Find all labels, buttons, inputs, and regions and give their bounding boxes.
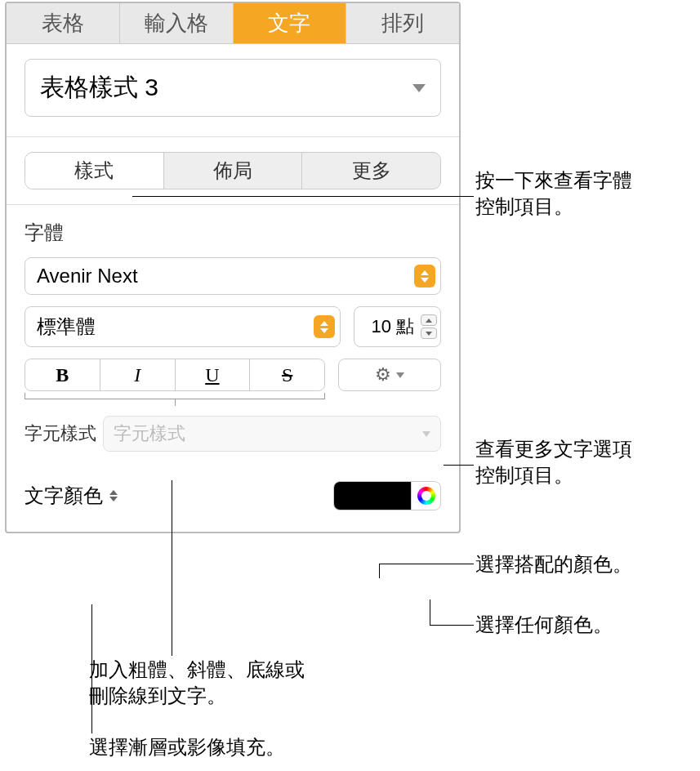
leader-line [430,625,474,626]
inspector-tabs: 表格 輸入格 文字 排列 [7,3,459,44]
chevron-down-icon [396,372,404,378]
character-style-label: 字元樣式 [25,421,96,446]
paragraph-style-select[interactable]: 表格樣式 3 [25,59,441,117]
font-weight-value: 標準體 [37,314,96,340]
callout-matching-color: 選擇搭配的顏色。 [475,551,632,577]
font-size-field[interactable]: 10 點 [354,306,441,347]
tab-cell[interactable]: 輸入格 [120,3,234,43]
leader-line [379,564,474,564]
subtab-more[interactable]: 更多 [302,153,440,189]
tab-table[interactable]: 表格 [7,3,120,43]
tab-text[interactable]: 文字 [234,3,347,43]
advanced-options-button[interactable]: ⚙ [338,359,441,391]
underline-button[interactable]: U [176,359,251,390]
font-weight-select[interactable]: 標準體 [25,306,341,347]
color-swatch[interactable] [334,482,411,510]
subtab-layout[interactable]: 佈局 [164,153,303,189]
dropdown-arrows-icon [414,265,435,287]
italic-button[interactable]: I [100,359,176,390]
callout-biu: 加入粗體、斜體、底線或刪除線到文字。 [89,657,305,710]
color-controls [333,481,441,510]
leader-line [132,196,474,197]
callout-any-color: 選擇任何顏色。 [475,612,613,638]
font-size-value: 10 點 [371,314,414,339]
font-section-label: 字體 [25,220,441,246]
bracket-decoration [25,393,325,399]
font-family-value: Avenir Next [37,265,138,287]
bracket-stem [175,399,176,406]
callout-font-controls: 按一下來查看字體控制項目。 [475,167,632,221]
color-wheel-icon [417,487,435,505]
callout-gradient-fill: 選擇漸層或影像填充。 [89,734,285,760]
chevron-down-icon [422,431,430,437]
text-color-menu[interactable]: 文字顏色 [25,483,118,509]
format-panel: 表格 輸入格 文字 排列 表格樣式 3 樣式 佈局 更多 字體 Avenir N… [5,2,461,533]
text-color-label: 文字顏色 [25,483,103,509]
text-style-buttons: B I U S [25,359,325,391]
callout-advanced: 查看更多文字選項控制項目。 [475,436,632,489]
dropdown-arrows-icon [314,315,335,338]
leader-line [444,465,474,466]
updown-icon [109,490,118,501]
bold-button[interactable]: B [25,359,100,390]
divider [7,204,459,205]
tab-arrange[interactable]: 排列 [346,3,459,43]
text-subtabs: 樣式 佈局 更多 [25,152,441,189]
subtab-style[interactable]: 樣式 [25,153,164,189]
character-style-placeholder: 字元樣式 [114,421,185,446]
font-size-stepper [421,314,437,339]
color-wheel-button[interactable] [411,482,440,510]
gear-icon: ⚙ [375,364,391,386]
font-family-select[interactable]: Avenir Next [25,257,441,295]
leader-line [172,480,172,656]
leader-line [379,564,380,578]
leader-line [91,604,92,733]
paragraph-style-value: 表格樣式 3 [40,71,158,105]
strikethrough-button[interactable]: S [250,359,324,390]
stepper-down[interactable] [421,328,437,339]
chevron-down-icon [412,84,426,92]
divider [7,136,459,137]
leader-line [430,599,430,626]
character-style-select[interactable]: 字元樣式 [103,416,441,452]
stepper-up[interactable] [421,314,437,326]
